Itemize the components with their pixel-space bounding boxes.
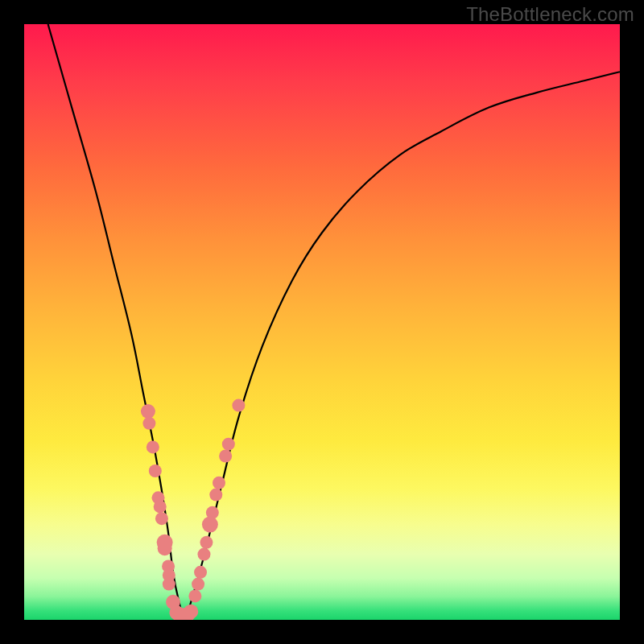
data-dots bbox=[141, 399, 245, 620]
data-dot bbox=[155, 512, 168, 525]
data-dot bbox=[158, 541, 172, 555]
data-dot bbox=[219, 450, 232, 463]
data-dot bbox=[154, 500, 167, 513]
data-dot bbox=[232, 399, 245, 412]
data-dot bbox=[149, 464, 162, 477]
chart-frame: TheBottleneck.com bbox=[0, 0, 644, 644]
data-dot bbox=[202, 517, 218, 533]
data-dot bbox=[163, 578, 175, 591]
watermark-label: TheBottleneck.com bbox=[466, 3, 634, 26]
data-dot bbox=[147, 440, 159, 453]
data-dot bbox=[142, 417, 155, 430]
data-dot bbox=[200, 536, 213, 549]
data-dot bbox=[197, 548, 210, 561]
data-dot bbox=[194, 566, 207, 579]
data-dot bbox=[213, 477, 225, 489]
data-dot bbox=[184, 605, 198, 619]
data-dot bbox=[222, 438, 235, 451]
data-dot bbox=[192, 578, 204, 591]
curve-layer bbox=[24, 24, 620, 620]
data-dot bbox=[209, 489, 222, 502]
data-dot bbox=[141, 404, 155, 419]
plot-area bbox=[24, 24, 620, 620]
data-dot bbox=[206, 506, 219, 519]
bottleneck-curve bbox=[48, 24, 620, 620]
data-dot bbox=[188, 589, 201, 602]
